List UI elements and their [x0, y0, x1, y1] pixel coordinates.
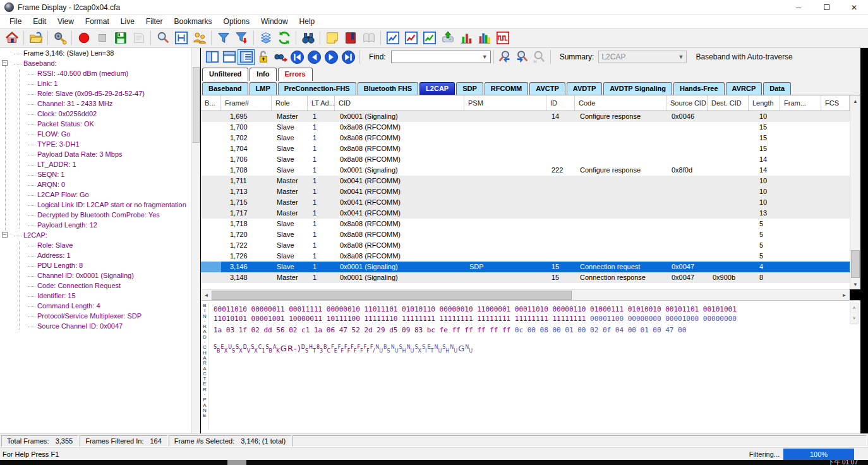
nav-last-icon[interactable]	[340, 49, 357, 65]
column-header-b[interactable]: B...	[201, 95, 221, 111]
lock-open-icon[interactable]	[255, 49, 272, 65]
timing-window-icon[interactable]	[172, 30, 190, 47]
tree-item[interactable]: Packet Status: OK	[0, 119, 191, 129]
note-icon[interactable]	[323, 30, 341, 47]
find-frame-icon[interactable]	[272, 49, 289, 65]
column-header-sourcecid[interactable]: Source CID	[666, 95, 708, 111]
pane-wide-icon[interactable]	[220, 49, 238, 65]
view-tab-info[interactable]: Info	[250, 68, 276, 81]
tree-item[interactable]: Command Length: 4	[0, 301, 191, 311]
tree-item[interactable]: L2CAP Flow: Go	[0, 190, 191, 200]
pane-split-icon[interactable]	[203, 49, 220, 65]
protocol-tab-hands-free[interactable]: Hands-Free	[673, 82, 725, 95]
protocol-tab-rfcomm[interactable]: RFCOMM	[485, 82, 529, 95]
bookmark-disabled-icon[interactable]	[359, 30, 378, 47]
reframe-icon[interactable]	[275, 30, 293, 47]
signal-display-blue-icon[interactable]	[383, 30, 402, 47]
find-icon[interactable]	[299, 30, 317, 47]
capture-device-icon[interactable]	[438, 30, 457, 47]
frame-row-1713[interactable]: 1,713Master10x0041 (RFCOMM)10	[201, 186, 850, 197]
menu-edit[interactable]: Edit	[27, 16, 52, 27]
menu-format[interactable]: Format	[80, 16, 115, 27]
save-capture-icon[interactable]	[111, 30, 130, 47]
menu-help[interactable]: Help	[294, 16, 321, 27]
duplicate-display-icon[interactable]	[190, 30, 208, 47]
protocol-tab-lmp[interactable]: LMP	[250, 82, 277, 95]
tree-item[interactable]: Channel ID: 0x0001 (Signaling)	[0, 270, 191, 281]
notes-disabled-icon[interactable]	[130, 30, 148, 47]
apply-filter-icon[interactable]	[232, 30, 251, 47]
frame-row-1708[interactable]: 1,708Slave10x0001 (Signaling)222Configur…	[201, 165, 850, 176]
protocol-tab-avctp[interactable]: AVCTP	[529, 82, 565, 95]
column-header-fcs[interactable]: FCS	[821, 95, 850, 111]
protocol-tab-avrcp[interactable]: AVRCP	[726, 82, 763, 95]
protocol-tab-avdtp-signaling[interactable]: AVDTP Signaling	[603, 82, 672, 95]
column-header-role[interactable]: Role	[272, 95, 308, 111]
tree-item[interactable]: Payload Data Rate: 3 Mbps	[0, 149, 191, 159]
menu-window[interactable]: Window	[255, 16, 294, 27]
tree-item[interactable]: Identifier: 15	[0, 291, 191, 301]
nav-first-icon[interactable]	[289, 49, 306, 65]
tree-item[interactable]: Channel: 31 - 2433 MHz	[0, 99, 191, 109]
tree-item[interactable]: Source Channel ID: 0x0047	[0, 321, 191, 331]
vscrollbar-thumb[interactable]	[851, 250, 860, 278]
search-next-icon[interactable]	[514, 49, 531, 65]
tree-item[interactable]: –L2CAP:	[0, 230, 191, 240]
column-header-ltad[interactable]: LT Ad...	[308, 95, 335, 111]
open-capture-file-icon[interactable]	[27, 30, 45, 47]
frame-row-1726[interactable]: 1,726Slave10x8a08 (RFCOMM)5	[201, 251, 850, 262]
scroll-down-icon[interactable]: ▼	[850, 280, 860, 289]
protocol-tab-preconnection-fhs[interactable]: PreConnection-FHS	[278, 82, 356, 95]
pane-list-icon[interactable]	[238, 49, 255, 65]
filter-icon[interactable]	[214, 30, 232, 47]
column-header-code[interactable]: Code	[575, 95, 666, 111]
tree-item[interactable]: Code: Connection Request	[0, 281, 191, 291]
frame-row-3148[interactable]: 3,148Master10x0001 (Signaling)15Connecti…	[201, 272, 850, 283]
column-header-destcid[interactable]: Dest. CID	[708, 95, 749, 111]
tree-item[interactable]: –Baseband:	[0, 58, 191, 68]
tree-scrollbar[interactable]	[191, 48, 200, 433]
tree-item[interactable]: PDU Length: 8	[0, 260, 191, 270]
column-header-id[interactable]: ID	[546, 95, 575, 111]
frame-row-1717[interactable]: 1,717Master10x0041 (RFCOMM)13	[201, 208, 850, 219]
protocol-tab-avdtp[interactable]: AVDTP	[567, 82, 602, 95]
tree-item[interactable]: RSSI: -40.500 dBm (medium)	[0, 68, 191, 78]
frame-row-1704[interactable]: 1,704Slave10x8a08 (RFCOMM)15	[201, 143, 850, 154]
tree-item[interactable]: Payload Length: 12	[0, 220, 191, 230]
protocol-tab-l2cap[interactable]: L2CAP	[419, 82, 455, 95]
frame-row-1715[interactable]: 1,715Master10x0041 (RFCOMM)10	[201, 197, 850, 208]
tree-item[interactable]: Logical Link ID: L2CAP start or no fragm…	[0, 200, 191, 210]
collapse-icon[interactable]: –	[2, 60, 8, 66]
frame-row-1695[interactable]: 1,695Master10x0001 (Signaling)14Configur…	[201, 111, 850, 122]
column-header-frame#[interactable]: Frame#	[221, 95, 272, 111]
restore-button[interactable]	[812, 0, 840, 15]
frame-row-3146[interactable]: 3,146Slave10x0001 (Signaling)SDP15Connec…	[201, 262, 850, 272]
protocol-tab-data[interactable]: Data	[763, 82, 791, 95]
protocol-tab-baseband[interactable]: Baseband	[202, 82, 248, 95]
tree-scrollbar-thumb[interactable]	[193, 67, 200, 143]
frame-table-vscrollbar[interactable]: ▲ ▼	[850, 95, 860, 289]
nav-next-icon[interactable]	[323, 49, 340, 65]
protocol-tab-sdp[interactable]: SDP	[456, 82, 483, 95]
view-tab-errors[interactable]: Errors	[278, 68, 313, 81]
tree-item[interactable]: Clock: 0x0256dd02	[0, 109, 191, 119]
tree-item[interactable]: Role: Slave (0x09-d5-29-2d-52-47)	[0, 88, 191, 99]
hscrollbar-thumb[interactable]	[212, 291, 572, 300]
zoom-icon[interactable]	[154, 30, 172, 47]
tree-item[interactable]: LT_ADDR: 1	[0, 159, 191, 169]
menu-options[interactable]: Options	[218, 16, 255, 27]
signal-display-red-icon[interactable]	[402, 30, 420, 47]
column-header-psm[interactable]: PSM	[464, 95, 546, 111]
tree-item[interactable]: Protocol/Service Multiplexer: SDP	[0, 311, 191, 321]
column-header-cid[interactable]: CID	[335, 95, 464, 111]
tree-item[interactable]: ARQN: 0	[0, 179, 191, 190]
search-prev-icon[interactable]	[497, 49, 514, 65]
menu-filter[interactable]: Filter	[140, 16, 169, 27]
frame-row-1718[interactable]: 1,718Slave10x8a08 (RFCOMM)5	[201, 219, 850, 229]
collapse-icon[interactable]: –	[2, 232, 8, 238]
menu-live[interactable]: Live	[115, 16, 140, 27]
view-tab-unfiltered[interactable]: Unfiltered	[202, 68, 248, 81]
frame-row-1706[interactable]: 1,706Slave10x8a08 (RFCOMM)14	[201, 154, 850, 165]
tree-item[interactable]: Address: 1	[0, 250, 191, 260]
control-window-icon[interactable]	[51, 30, 69, 47]
